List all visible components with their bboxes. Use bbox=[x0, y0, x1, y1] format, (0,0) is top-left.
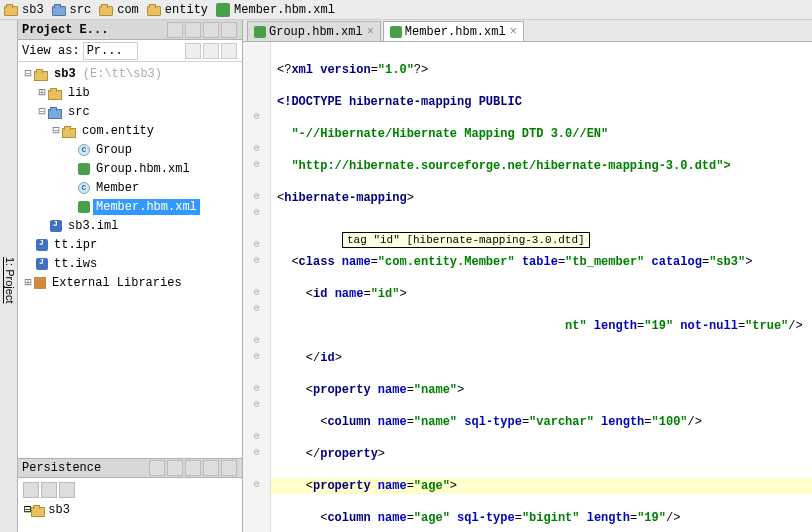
folder-icon bbox=[147, 6, 161, 16]
persistence-item[interactable]: ⊟sb3 bbox=[20, 500, 240, 519]
code-editor[interactable]: ⊖ ⊖⊖ ⊖⊖ ⊖⊖ ⊖⊖ ⊖⊖ ⊖⊖ ⊖⊖ ⊖ <?xml version="… bbox=[243, 42, 812, 532]
breadcrumb-item[interactable]: sb3 bbox=[4, 3, 48, 17]
tree-lib[interactable]: ⊞lib bbox=[18, 83, 242, 102]
tool-icon[interactable] bbox=[149, 460, 165, 476]
view-as-row: View as: Pr... bbox=[18, 40, 242, 62]
tree-group-xml[interactable]: Group.hbm.xml bbox=[18, 159, 242, 178]
tree-tt-ipr[interactable]: tt.ipr bbox=[18, 235, 242, 254]
nav-forward-icon[interactable] bbox=[203, 43, 219, 59]
project-tree: ⊟sb3 (E:\tt\sb3) ⊞lib ⊟src ⊟com.entity C… bbox=[18, 62, 242, 458]
project-panel-header: Project E... bbox=[18, 20, 242, 40]
hide-icon[interactable] bbox=[221, 460, 237, 476]
tree-member-xml[interactable]: Member.hbm.xml bbox=[18, 197, 242, 216]
tree-tt-iws[interactable]: tt.iws bbox=[18, 254, 242, 273]
view-as-value[interactable]: Pr... bbox=[83, 42, 138, 60]
class-icon: C bbox=[78, 144, 90, 156]
breadcrumb-item[interactable]: entity bbox=[147, 3, 212, 17]
action-icon[interactable] bbox=[59, 482, 75, 498]
tree-group-class[interactable]: CGroup bbox=[18, 140, 242, 159]
project-panel-title: Project E... bbox=[22, 23, 166, 37]
scroll-from-source-icon[interactable] bbox=[167, 22, 183, 38]
tree-sb3-iml[interactable]: sb3.iml bbox=[18, 216, 242, 235]
autoscroll-icon[interactable] bbox=[221, 43, 237, 59]
settings-icon[interactable] bbox=[203, 22, 219, 38]
nav-back-icon[interactable] bbox=[185, 43, 201, 59]
tab-member-hbm[interactable]: Member.hbm.xml× bbox=[383, 21, 524, 41]
iws-file-icon bbox=[36, 258, 48, 270]
refresh-icon[interactable] bbox=[23, 482, 39, 498]
ipr-file-icon bbox=[36, 239, 48, 251]
persistence-panel-header: Persistence bbox=[18, 458, 242, 478]
tool-icon[interactable] bbox=[185, 460, 201, 476]
xml-file-icon bbox=[390, 26, 402, 38]
project-sidetab[interactable]: 1: Project bbox=[0, 20, 18, 532]
folder-icon bbox=[4, 6, 18, 16]
xml-file-icon bbox=[254, 26, 266, 38]
gutter: ⊖ ⊖⊖ ⊖⊖ ⊖⊖ ⊖⊖ ⊖⊖ ⊖⊖ ⊖⊖ ⊖ bbox=[243, 42, 271, 532]
folder-icon bbox=[99, 6, 113, 16]
tool-icon[interactable] bbox=[167, 460, 183, 476]
editor-tabs: Group.hbm.xml× Member.hbm.xml× bbox=[243, 20, 812, 42]
collapse-icon[interactable] bbox=[185, 22, 201, 38]
breadcrumb-item[interactable]: src bbox=[52, 3, 96, 17]
breadcrumb-bar: sb3 src com entity Member.hbm.xml bbox=[0, 0, 812, 20]
close-icon[interactable]: × bbox=[367, 25, 374, 39]
class-icon: C bbox=[78, 182, 90, 194]
view-as-label: View as: bbox=[22, 44, 80, 58]
breadcrumb-item[interactable]: Member.hbm.xml bbox=[216, 3, 339, 17]
folder-icon bbox=[52, 6, 66, 16]
hide-icon[interactable] bbox=[221, 22, 237, 38]
tree-root[interactable]: ⊟sb3 (E:\tt\sb3) bbox=[18, 64, 242, 83]
persistence-title: Persistence bbox=[22, 461, 148, 475]
tree-src[interactable]: ⊟src bbox=[18, 102, 242, 121]
tab-group-hbm[interactable]: Group.hbm.xml× bbox=[247, 21, 381, 41]
expand-icon[interactable] bbox=[41, 482, 57, 498]
tooltip: tag "id" [hibernate-mapping-3.0.dtd] bbox=[342, 232, 590, 248]
close-icon[interactable]: × bbox=[510, 25, 517, 39]
tree-member-class[interactable]: CMember bbox=[18, 178, 242, 197]
libraries-icon bbox=[34, 277, 46, 289]
code-content[interactable]: <?xml version="1.0"?> <!DOCTYPE hibernat… bbox=[271, 42, 812, 532]
breadcrumb-item[interactable]: com bbox=[99, 3, 143, 17]
tree-ext-lib[interactable]: ⊞External Libraries bbox=[18, 273, 242, 292]
tool-icon[interactable] bbox=[203, 460, 219, 476]
xml-file-icon bbox=[78, 201, 90, 213]
iml-file-icon bbox=[50, 220, 62, 232]
tree-package[interactable]: ⊟com.entity bbox=[18, 121, 242, 140]
xml-file-icon bbox=[78, 163, 90, 175]
persistence-body: ⊟sb3 bbox=[18, 478, 242, 532]
xml-file-icon bbox=[216, 3, 230, 17]
